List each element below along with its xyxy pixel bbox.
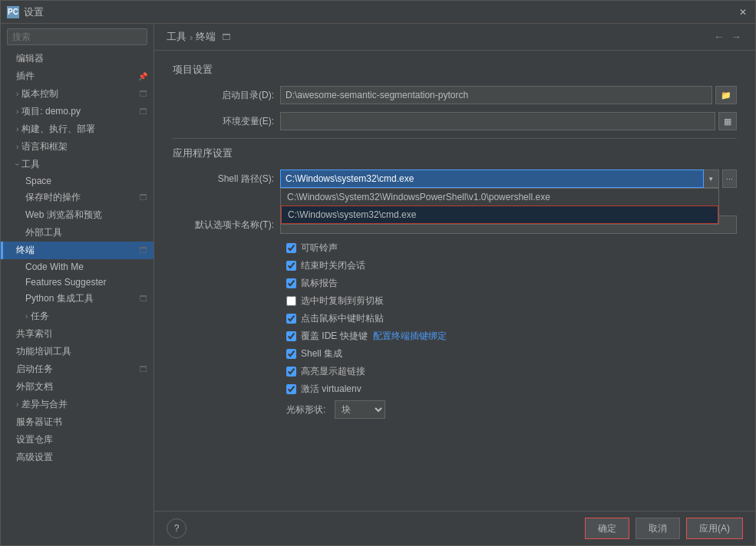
sidebar-item-settings-repo[interactable]: 设置仓库 (1, 431, 154, 449)
mouse-reporting-checkbox[interactable] (286, 278, 296, 288)
env-vars-control: ▦ (280, 112, 737, 130)
app-settings-title: 应用程序设置 (173, 146, 737, 160)
server-certs-label: 服务器证书 (16, 416, 62, 429)
nav-forward-button[interactable]: → (729, 31, 743, 43)
external-tools-label: 外部工具 (25, 226, 62, 239)
help-button[interactable]: ? (167, 518, 187, 538)
shared-index-label: 共享索引 (16, 327, 53, 340)
python-tools-label: Python 集成工具 (25, 292, 94, 305)
audible-bell-label: 可听铃声 (301, 242, 338, 255)
sidebar-item-advanced[interactable]: 高级设置 (1, 449, 154, 466)
activate-virtualenv-checkbox[interactable] (286, 384, 296, 394)
arrow-icon: › (25, 312, 28, 321)
sidebar-item-space[interactable]: Space (1, 173, 154, 189)
content-area: 编辑器 插件 📌 › 版本控制 🗖 › 项目: demo.py 🗖 › (1, 24, 755, 545)
copy-on-select-checkbox[interactable] (286, 296, 296, 306)
override-ide-row: 覆盖 IDE 快捷键 配置终端插键绑定 (173, 330, 737, 343)
configure-keys-link[interactable]: 配置终端插键绑定 (373, 331, 447, 341)
sidebar-item-terminal[interactable]: 终端 🗖 (1, 242, 154, 259)
override-ide-checkbox[interactable] (286, 331, 296, 341)
sidebar-item-features-suggester[interactable]: Features Suggester (1, 275, 154, 290)
advanced-label: 高级设置 (16, 451, 53, 464)
startup-dir-browse-button[interactable]: 📁 (715, 86, 737, 104)
sidebar-item-feature-training[interactable]: 功能培训工具 (1, 343, 154, 360)
dropdown-cmd[interactable]: C:\Windows\system32\cmd.exe (281, 206, 718, 224)
sidebar-item-tools[interactable]: › 工具 (1, 156, 154, 173)
shell-integration-checkbox[interactable] (286, 349, 296, 359)
shell-path-select-wrapper: C:\Windows\System32\WindowsPowerShell\v1… (280, 169, 719, 188)
startup-tasks-label: 启动任务 (16, 363, 53, 376)
highlight-hyperlinks-label: 高亮显示超链接 (301, 365, 365, 378)
sidebar-item-tasks[interactable]: › 任务 (1, 308, 154, 325)
mouse-reporting-label: 鼠标报告 (301, 277, 338, 290)
sidebar-item-version-control[interactable]: › 版本控制 🗖 (1, 85, 154, 103)
activate-virtualenv-label: 激活 virtualenv (301, 383, 361, 396)
audible-bell-checkbox[interactable] (286, 243, 296, 253)
shell-path-input[interactable] (280, 169, 704, 188)
breadcrumb-bar: 工具 › 终端 🗖 ← → (154, 24, 755, 51)
default-tab-label: 默认选项卡名称(T): (173, 219, 280, 232)
arrow-icon: › (16, 143, 18, 151)
dropdown-powershell[interactable]: C:\Windows\System32\WindowsPowerShell\v1… (281, 189, 718, 206)
sidebar-item-server-certs[interactable]: 服务器证书 (1, 413, 154, 431)
breadcrumb-terminal: 终端 (196, 30, 216, 44)
highlight-hyperlinks-checkbox[interactable] (286, 367, 296, 377)
sidebar-item-build[interactable]: › 构建、执行、部署 (1, 120, 154, 138)
breadcrumb-sep: › (190, 31, 193, 43)
ok-button[interactable]: 确定 (585, 518, 629, 539)
settings-dialog: PC 设置 ✕ 编辑器 插件 📌 › 版本控制 🗖 (0, 0, 756, 546)
code-with-me-label: Code With Me (25, 261, 84, 272)
copy-on-select-label: 选中时复制到剪切板 (301, 294, 384, 308)
shell-path-control: C:\Windows\System32\WindowsPowerShell\v1… (280, 169, 737, 188)
shell-path-label: Shell 路径(S): (173, 173, 280, 186)
project-settings-title: 项目设置 (173, 63, 737, 77)
shell-path-more-button[interactable]: ··· (722, 169, 737, 188)
close-button[interactable]: ✕ (737, 6, 749, 18)
plugins-label: 插件 (16, 70, 35, 83)
sidebar-item-code-with-me[interactable]: Code With Me (1, 259, 154, 275)
breadcrumb-pin: 🗖 (222, 32, 230, 41)
activate-virtualenv-row: 激活 virtualenv (173, 383, 737, 396)
paste-on-middle-checkbox[interactable] (286, 314, 296, 324)
window-controls: ✕ (737, 6, 749, 18)
apply-button[interactable]: 应用(A) (686, 518, 743, 539)
sidebar-item-plugins[interactable]: 插件 📌 (1, 67, 154, 85)
env-vars-input[interactable] (280, 112, 715, 130)
sidebar-item-external-docs[interactable]: 外部文档 (1, 378, 154, 396)
cancel-button[interactable]: 取消 (636, 518, 680, 539)
sidebar-item-save-ops[interactable]: 保存时的操作 🗖 (1, 189, 154, 206)
sidebar-item-lang[interactable]: › 语言和框架 (1, 138, 154, 156)
arrow-icon: › (16, 107, 18, 116)
sidebar-item-shared-index[interactable]: 共享索引 (1, 325, 154, 343)
web-browser-label: Web 浏览器和预览 (25, 209, 102, 222)
close-on-exit-label: 结束时关闭会话 (301, 259, 365, 272)
pin-icon: 🗖 (140, 246, 147, 255)
sidebar-item-python-tools[interactable]: Python 集成工具 🗖 (1, 290, 154, 308)
shell-path-row: Shell 路径(S): C:\Windows\System32\Windows… (173, 169, 737, 188)
search-input[interactable] (7, 28, 147, 45)
override-ide-label: 覆盖 IDE 快捷键 配置终端插键绑定 (301, 330, 447, 343)
lang-label: 语言和框架 (21, 140, 68, 153)
sidebar-item-diff-merge[interactable]: › 差异与合并 (1, 396, 154, 413)
tools-label: 工具 (21, 158, 40, 171)
sidebar-item-web-browser[interactable]: Web 浏览器和预览 (1, 206, 154, 224)
build-label: 构建、执行、部署 (21, 123, 95, 136)
sidebar-item-external-tools[interactable]: 外部工具 (1, 224, 154, 242)
shell-path-dropdown-button[interactable] (704, 169, 719, 188)
sidebar-item-project[interactable]: › 项目: demo.py 🗖 (1, 103, 154, 120)
arrow-icon: › (13, 163, 21, 166)
pin-icon: 🗖 (140, 90, 147, 98)
cursor-shape-select[interactable]: 块 下划线 竖线 (335, 400, 385, 419)
env-vars-browse-button[interactable]: ▦ (718, 112, 737, 130)
sidebar-item-editor[interactable]: 编辑器 (1, 50, 154, 67)
sidebar-item-startup-tasks[interactable]: 启动任务 🗖 (1, 360, 154, 378)
env-vars-label: 环境变量(E): (173, 115, 280, 128)
terminal-label: 终端 (16, 244, 35, 257)
editor-label: 编辑器 (16, 52, 44, 65)
startup-dir-input[interactable] (280, 86, 712, 104)
nav-back-button[interactable]: ← (712, 31, 726, 43)
startup-dir-row: 启动目录(D): 📁 (173, 86, 737, 104)
close-on-exit-checkbox[interactable] (286, 261, 296, 271)
breadcrumb-nav: ← → (712, 31, 743, 43)
space-label: Space (25, 176, 51, 186)
